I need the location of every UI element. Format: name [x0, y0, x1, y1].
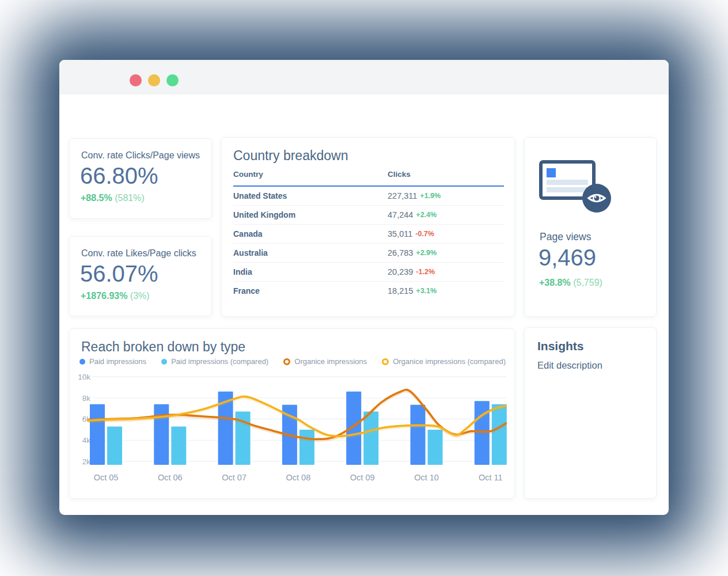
reach-chart-card: Reach broken down by type Paid impressio… — [69, 328, 515, 499]
clicks-change-badge: +2.9% — [416, 249, 437, 257]
country-name: India — [233, 267, 388, 276]
column-header-clicks: Clicks — [388, 170, 411, 179]
kpi-delta-note: (3%) — [130, 291, 150, 301]
kpi-delta: +1876.93% (3%) — [81, 291, 150, 301]
country-name: France — [233, 286, 388, 295]
x-axis-tick-label: Oct 10 — [414, 473, 439, 482]
country-table: Country Clicks Unated States227,311+1.9%… — [233, 170, 504, 300]
page-views-delta-percent: +38.8% — [539, 278, 571, 287]
country-table-body: Unated States227,311+1.9%United Kingdom4… — [233, 187, 504, 300]
table-row: United Kingdom47,244+2.4% — [233, 206, 504, 225]
legend-dot-icon — [161, 359, 167, 365]
y-axis-tick-label: 8k — [82, 394, 91, 403]
table-row: Australia26,783+2.9% — [233, 244, 504, 263]
kpi-value: 66.80% — [80, 163, 158, 189]
kpi-delta: +88.5% (581%) — [81, 193, 145, 203]
y-axis-tick-label: 4k — [82, 436, 91, 445]
chart-legend: Paid impressionsPaid impressions (compar… — [79, 357, 506, 366]
eye-badge — [582, 184, 611, 213]
table-row: Canada35,011-0.7% — [233, 225, 504, 244]
country-name: Canada — [233, 229, 388, 238]
bar-paid-impressions-compared — [492, 404, 507, 465]
y-axis-tick-label: 2k — [82, 457, 91, 466]
x-axis-tick-label: Oct 06 — [158, 473, 183, 482]
close-window-button[interactable] — [130, 74, 142, 86]
kpi-label: Conv. rate Likes/Page clicks — [81, 248, 196, 259]
legend-item[interactable]: Organice impressions (compared) — [382, 357, 506, 366]
reach-chart-title: Reach broken down by type — [81, 339, 245, 355]
kpi-delta-percent: +1876.93% — [81, 291, 127, 301]
bar-paid-impressions — [154, 404, 169, 465]
kpi-delta-percent: +88.5% — [81, 193, 112, 203]
clicks-value: 47,244 — [388, 210, 413, 219]
insights-title: Insights — [537, 339, 584, 353]
y-axis-tick-label: 10k — [78, 373, 90, 381]
clicks-value: 20,239 — [388, 267, 413, 276]
kpi-card-conv-rate-likes: Conv. rate Likes/Page clicks 56.07% +187… — [69, 236, 212, 316]
x-axis-tick-label: Oct 09 — [350, 473, 375, 482]
legend-item[interactable]: Organice impressions — [283, 357, 367, 366]
edit-description-link[interactable]: Edit description — [537, 360, 602, 371]
legend-ring-icon — [283, 358, 290, 365]
app-window: Conv. rate Clicks/Page views 66.80% +88.… — [59, 60, 669, 515]
clicks-change-badge: -0.7% — [415, 230, 434, 238]
table-row: India20,239-1.2% — [233, 263, 504, 282]
page-views-delta-note: (5,759) — [573, 278, 602, 287]
clicks-value: 18,215 — [388, 286, 413, 295]
legend-ring-icon — [382, 358, 389, 365]
country-name: Australia — [233, 248, 388, 257]
kpi-delta-note: (581%) — [115, 193, 145, 203]
clicks-value: 227,311 — [388, 191, 417, 200]
x-axis-tick-label: Oct 11 — [479, 473, 503, 482]
clicks-change-badge: +1.9% — [420, 192, 441, 200]
kpi-card-conv-rate-clicks: Conv. rate Clicks/Page views 66.80% +88.… — [69, 138, 212, 219]
country-table-header: Country Clicks — [233, 170, 504, 187]
x-axis-tick-label: Oct 05 — [94, 473, 119, 482]
table-row: Unated States227,311+1.9% — [233, 187, 504, 206]
bar-paid-impressions-compared — [107, 426, 122, 465]
bar-paid-impressions-compared — [428, 430, 443, 465]
column-header-country: Country — [233, 170, 388, 179]
x-axis-tick-label: Oct 08 — [286, 473, 311, 482]
country-breakdown-card: Country breakdown Country Clicks Unated … — [221, 137, 515, 317]
legend-item[interactable]: Paid impressions (compared) — [161, 357, 268, 366]
bar-paid-impressions-compared — [299, 430, 314, 465]
legend-label: Paid impressions — [89, 357, 146, 366]
insights-card: Insights Edit description — [524, 327, 657, 499]
kpi-label: Conv. rate Clicks/Page views — [81, 150, 200, 161]
table-row: France18,215+3.1% — [233, 282, 504, 300]
bar-paid-impressions — [90, 404, 105, 465]
minimize-window-button[interactable] — [148, 74, 160, 86]
page-views-delta: +38.8% (5,759) — [539, 278, 602, 288]
country-name: United Kingdom — [233, 210, 388, 219]
clicks-change-badge: +2.4% — [416, 211, 437, 219]
maximize-window-button[interactable] — [166, 74, 179, 86]
clicks-change-badge: +3.1% — [416, 287, 437, 295]
page-views-card: Page views 9,469 +38.8% (5,759) — [524, 137, 657, 317]
reach-chart: 10k8k6k4k2kOct 05Oct 06Oct 07Oct 08Oct 0… — [78, 369, 507, 487]
legend-item[interactable]: Paid impressions — [79, 357, 146, 366]
page-background: Conv. rate Clicks/Page views 66.80% +88.… — [0, 0, 728, 576]
clicks-value: 35,011 — [388, 229, 412, 238]
legend-label: Paid impressions (compared) — [171, 357, 268, 366]
page-views-label: Page views — [540, 231, 592, 243]
browser-eye-icon — [539, 160, 615, 217]
bar-paid-impressions — [411, 405, 426, 465]
country-name: Unated States — [233, 191, 388, 200]
legend-dot-icon — [79, 359, 85, 365]
country-breakdown-title: Country breakdown — [233, 148, 348, 164]
x-axis-tick-label: Oct 07 — [222, 473, 247, 482]
page-views-value: 9,469 — [539, 245, 596, 271]
bar-paid-impressions-compared — [171, 426, 186, 465]
clicks-change-badge: -1.2% — [416, 268, 435, 276]
kpi-value: 56.07% — [80, 261, 158, 287]
legend-label: Organice impressions (compared) — [393, 357, 506, 366]
legend-label: Organice impressions — [294, 357, 367, 366]
clicks-value: 26,783 — [388, 248, 413, 257]
window-titlebar — [59, 60, 669, 94]
